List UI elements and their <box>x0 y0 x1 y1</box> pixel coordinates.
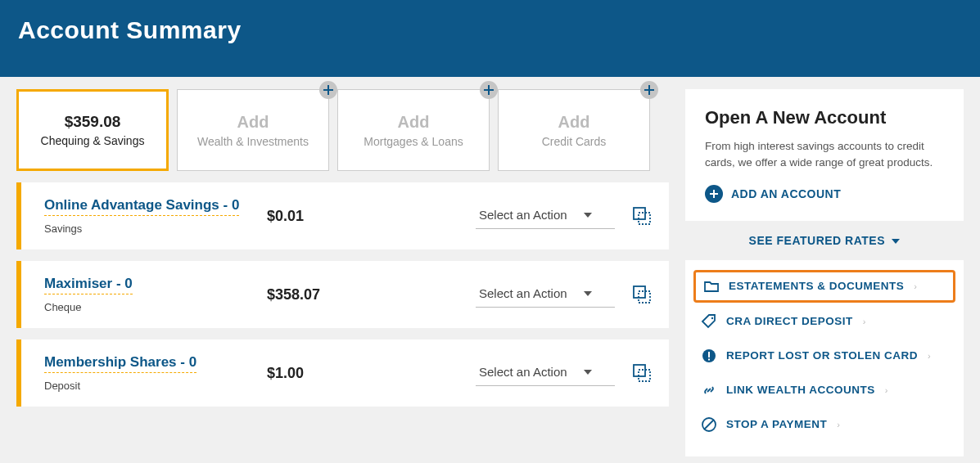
tab-label: Chequing & Savings <box>41 134 145 147</box>
quick-link-label: LINK WEALTH ACCOUNTS <box>726 384 875 396</box>
account-type: Deposit <box>44 380 267 392</box>
account-row: Membership Shares - 0 Deposit $1.00 Sele… <box>16 339 669 407</box>
quick-link-label: STOP A PAYMENT <box>726 418 827 430</box>
svg-rect-3 <box>639 291 650 303</box>
folder-icon <box>702 277 720 295</box>
action-select-label: Select an Action <box>479 286 567 300</box>
account-name-link[interactable]: Maximiser - 0 <box>44 276 133 294</box>
account-info: Membership Shares - 0 Deposit <box>21 354 267 392</box>
category-tab[interactable]: AddCredit Cards <box>498 89 650 171</box>
chevron-right-icon: › <box>837 420 840 429</box>
see-featured-rates-button[interactable]: SEE FEATURED RATES <box>685 221 964 260</box>
svg-line-11 <box>704 420 714 429</box>
quick-links-panel: ESTATEMENTS & DOCUMENTS › CRA DIRECT DEP… <box>685 260 964 456</box>
chevron-down-icon <box>892 239 900 244</box>
open-account-desc: From high interest savings accounts to c… <box>705 138 944 172</box>
chevron-down-icon <box>584 370 592 375</box>
account-row: Online Advantage Savings - 0 Savings $0.… <box>16 182 669 249</box>
transfer-icon[interactable] <box>631 205 653 227</box>
account-category-tabs: $359.08Chequing & SavingsAddWealth & Inv… <box>16 89 669 171</box>
page-title: Account Summary <box>18 16 962 44</box>
quick-link[interactable]: CRA DIRECT DEPOSIT › <box>700 304 949 339</box>
accounts-list: Online Advantage Savings - 0 Savings $0.… <box>16 182 669 407</box>
account-balance: $1.00 <box>267 365 382 382</box>
featured-rates-label: SEE FEATURED RATES <box>749 234 885 247</box>
quick-link-label: REPORT LOST OR STOLEN CARD <box>726 349 918 362</box>
tag-icon <box>700 312 718 330</box>
account-type: Cheque <box>44 301 267 313</box>
tab-add-label: Add <box>398 113 430 132</box>
tab-label: Wealth & Investments <box>197 135 309 148</box>
category-tab[interactable]: $359.08Chequing & Savings <box>16 89 169 171</box>
quick-link[interactable]: STOP A PAYMENT › <box>700 407 949 442</box>
account-balance: $0.01 <box>267 208 382 225</box>
add-account-label: ADD AN ACCOUNT <box>731 187 841 200</box>
page-header: Account Summary <box>0 0 980 77</box>
chevron-down-icon <box>584 213 592 218</box>
chevron-right-icon: › <box>885 385 888 395</box>
quick-link[interactable]: ESTATEMENTS & DOCUMENTS › <box>693 270 955 303</box>
account-row: Maximiser - 0 Cheque $358.07 Select an A… <box>16 261 669 328</box>
tab-add-label: Add <box>558 113 590 132</box>
chevron-right-icon: › <box>914 281 917 291</box>
svg-rect-4 <box>634 365 645 376</box>
category-tab[interactable]: AddMortgages & Loans <box>337 89 490 171</box>
tab-label: Credit Cards <box>542 135 607 148</box>
account-name-link[interactable]: Membership Shares - 0 <box>44 354 196 373</box>
svg-rect-1 <box>639 213 650 224</box>
action-select-label: Select an Action <box>479 365 567 379</box>
action-select-label: Select an Action <box>479 208 567 222</box>
action-select[interactable]: Select an Action <box>476 203 615 229</box>
alert-icon <box>700 347 718 365</box>
action-select[interactable]: Select an Action <box>476 281 615 308</box>
account-info: Online Advantage Savings - 0 Savings <box>21 197 267 235</box>
category-tab[interactable]: AddWealth & Investments <box>177 89 329 171</box>
plus-circle-icon <box>705 185 723 203</box>
plus-icon <box>640 81 658 99</box>
quick-link-label: ESTATEMENTS & DOCUMENTS <box>729 280 904 292</box>
plus-icon <box>319 81 337 99</box>
account-info: Maximiser - 0 Cheque <box>21 276 267 313</box>
account-name-link[interactable]: Online Advantage Savings - 0 <box>44 197 239 216</box>
svg-rect-0 <box>634 208 645 219</box>
open-account-title: Open A New Account <box>705 107 944 128</box>
stop-icon <box>700 416 718 434</box>
svg-rect-2 <box>634 286 645 298</box>
quick-link[interactable]: REPORT LOST OR STOLEN CARD › <box>700 339 949 373</box>
link-icon <box>700 381 718 399</box>
action-select[interactable]: Select an Action <box>476 360 615 386</box>
svg-rect-8 <box>708 352 710 357</box>
account-type: Savings <box>44 223 267 235</box>
add-account-button[interactable]: ADD AN ACCOUNT <box>705 185 944 203</box>
transfer-icon[interactable] <box>631 284 653 305</box>
transfer-icon[interactable] <box>631 362 653 384</box>
tab-label: Mortgages & Loans <box>364 135 463 148</box>
quick-link[interactable]: LINK WEALTH ACCOUNTS › <box>700 373 949 407</box>
chevron-right-icon: › <box>928 351 931 361</box>
svg-point-6 <box>711 317 713 318</box>
chevron-down-icon <box>584 291 592 296</box>
plus-icon <box>480 81 498 99</box>
account-balance: $358.07 <box>267 286 382 303</box>
tab-add-label: Add <box>237 113 269 132</box>
svg-rect-9 <box>708 358 710 360</box>
open-account-panel: Open A New Account From high interest sa… <box>685 89 964 221</box>
chevron-right-icon: › <box>863 317 866 326</box>
quick-link-label: CRA DIRECT DEPOSIT <box>726 315 853 327</box>
tab-amount: $359.08 <box>65 113 121 131</box>
svg-rect-5 <box>639 370 650 381</box>
